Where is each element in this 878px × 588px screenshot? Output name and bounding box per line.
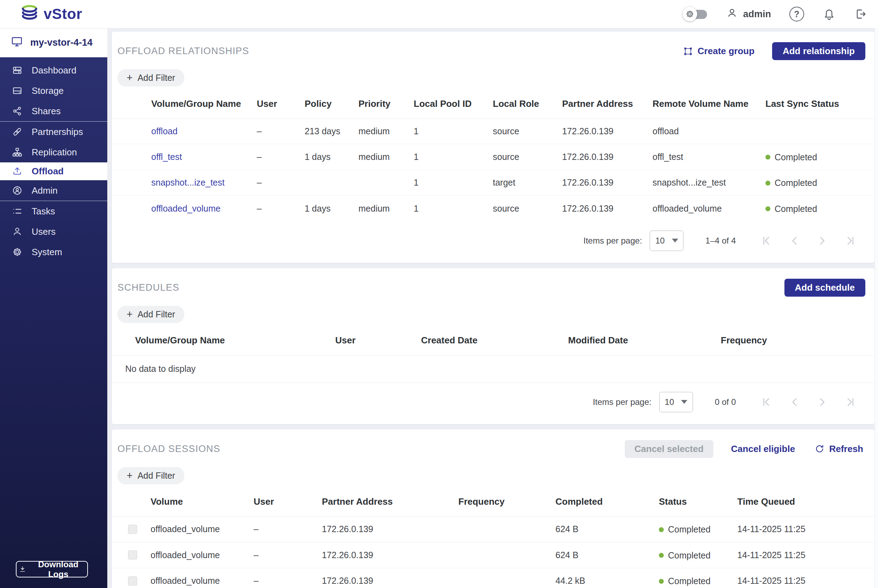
host-selector[interactable]: my-vstor-4-14 — [0, 28, 107, 57]
upload-icon — [12, 166, 23, 176]
col-modified-date: Modified Date — [568, 329, 721, 356]
gear-icon — [12, 247, 23, 257]
schedules-pagination: Items per page: 10 0 of 0 — [112, 383, 875, 424]
col-completed: Completed — [555, 490, 659, 517]
sidebar-item-replication[interactable]: Replication — [0, 142, 107, 162]
sidebar-item-storage[interactable]: Storage — [0, 81, 107, 101]
col-last-sync-status: Last Sync Status — [765, 93, 875, 119]
brand-logo: vStor — [20, 4, 82, 24]
theme-toggle[interactable] — [683, 8, 708, 20]
sidebar-item-label: Storage — [32, 86, 64, 96]
table-row: offloaded_volume – 172.26.0.139 624 B Co… — [112, 516, 875, 542]
sidebar-item-admin[interactable]: Admin — [0, 180, 107, 201]
items-per-page-select[interactable]: 10 — [650, 231, 684, 251]
row-checkbox[interactable] — [128, 576, 137, 585]
sidebar: my-vstor-4-14 Dashboard Storage Shares — [0, 28, 107, 588]
items-per-page-select[interactable]: 10 — [659, 392, 693, 412]
table-row: offloaded_volume – 172.26.0.139 624 B Co… — [112, 542, 875, 568]
status-dot-icon — [659, 527, 664, 532]
first-page-icon — [762, 397, 773, 407]
schedules-card: SCHEDULES Add schedule + Add Filter Volu… — [112, 268, 875, 424]
row-checkbox[interactable] — [128, 550, 137, 560]
download-logs-label: Download Logs — [31, 560, 85, 579]
shares-icon — [12, 106, 23, 116]
add-relationship-button[interactable]: Add relationship — [772, 42, 865, 60]
next-page-icon — [817, 397, 827, 407]
link-icon — [12, 126, 23, 137]
user-menu[interactable]: admin — [726, 7, 771, 21]
sessions-add-filter-chip[interactable]: + Add Filter — [117, 467, 184, 484]
volume-link[interactable]: offloaded_volume — [151, 204, 221, 213]
sidebar-nav: Dashboard Storage Shares Partnerships — [0, 57, 107, 262]
table-row: offloaded_volume – 1 days medium 1 sourc… — [112, 196, 875, 221]
no-data-text: No data to display — [112, 355, 875, 382]
status-badge: Completed — [659, 524, 711, 535]
notifications-bell-icon[interactable] — [822, 8, 836, 21]
col-volume: Volume — [150, 490, 254, 517]
volume-link[interactable]: offl_test — [151, 152, 182, 162]
create-group-button[interactable]: Create group — [681, 45, 757, 57]
relationships-pagination: Items per page: 10 1–4 of 4 — [112, 221, 875, 263]
schedules-add-filter-chip[interactable]: + Add Filter — [117, 306, 184, 323]
host-name: my-vstor-4-14 — [30, 37, 93, 48]
row-checkbox[interactable] — [128, 525, 137, 534]
volume-link[interactable]: snapshot...ize_test — [151, 177, 224, 188]
col-user: User — [335, 329, 421, 356]
caret-down-icon — [681, 400, 687, 404]
plus-icon: + — [127, 309, 132, 320]
sessions-header-row: Volume User Partner Address Frequency Co… — [112, 490, 875, 517]
first-page-icon — [762, 236, 773, 246]
brand-name: vStor — [44, 6, 82, 22]
sidebar-item-partnerships[interactable]: Partnerships — [0, 122, 107, 142]
col-time-queued: Time Queued — [737, 490, 875, 517]
sidebar-item-label: System — [32, 247, 62, 258]
status-badge: Completed — [659, 550, 711, 561]
table-row: snapshot...ize_test – 1 target 172.26.0.… — [112, 170, 875, 196]
topbar: vStor admin ? — [0, 0, 878, 28]
tasks-list-icon — [12, 206, 23, 216]
relationships-add-filter-chip[interactable]: + Add Filter — [117, 69, 184, 87]
sidebar-item-system[interactable]: System — [0, 242, 107, 262]
col-local-role: Local Role — [493, 93, 562, 119]
theme-gear-icon — [683, 7, 697, 21]
dashboard-icon — [12, 65, 23, 76]
download-logs-button[interactable]: Download Logs — [16, 561, 88, 578]
username: admin — [743, 9, 771, 20]
sidebar-item-tasks[interactable]: Tasks — [0, 201, 107, 221]
add-schedule-button[interactable]: Add schedule — [785, 279, 865, 297]
cancel-eligible-button[interactable]: Cancel eligible — [729, 443, 797, 455]
sidebar-item-label: Tasks — [32, 206, 55, 217]
sidebar-item-label: Replication — [32, 147, 77, 158]
sidebar-item-label: Shares — [32, 106, 60, 117]
sidebar-item-dashboard[interactable]: Dashboard — [0, 60, 107, 81]
table-row: offload – 213 days medium 1 source 172.2… — [112, 119, 875, 144]
refresh-button[interactable]: Refresh — [813, 443, 865, 455]
status-dot-icon — [765, 154, 770, 160]
schedules-table: Volume/Group Name User Created Date Modi… — [112, 329, 875, 383]
caret-down-icon — [672, 238, 678, 243]
status-dot-icon — [659, 579, 664, 584]
col-frequency: Frequency — [459, 490, 555, 517]
cancel-selected-button: Cancel selected — [625, 440, 714, 458]
sidebar-item-offload[interactable]: Offload — [0, 162, 107, 180]
status-badge: Completed — [659, 576, 711, 586]
page-range: 0 of 0 — [715, 397, 736, 407]
sidebar-item-label: Offload — [32, 166, 64, 177]
schedules-title: SCHEDULES — [117, 282, 179, 293]
sidebar-item-label: Admin — [32, 185, 58, 196]
scrollbar[interactable] — [875, 28, 878, 588]
help-icon[interactable]: ? — [789, 7, 804, 21]
next-page-icon — [817, 236, 827, 246]
offload-relationships-card: OFFLOAD RELATIONSHIPS Create group Add r… — [112, 32, 875, 263]
sidebar-item-users[interactable]: Users — [0, 221, 107, 242]
topology-icon — [12, 147, 23, 158]
sidebar-item-shares[interactable]: Shares — [0, 101, 107, 121]
status-badge: Completed — [765, 178, 817, 188]
status-dot-icon — [659, 553, 664, 558]
volume-link[interactable]: offload — [151, 126, 177, 136]
logout-icon[interactable] — [854, 8, 867, 21]
status-dot-icon — [765, 206, 770, 211]
col-volume-group-name: Volume/Group Name — [112, 93, 257, 119]
status-badge: Completed — [765, 204, 817, 214]
sidebar-item-label: Partnerships — [32, 126, 83, 137]
